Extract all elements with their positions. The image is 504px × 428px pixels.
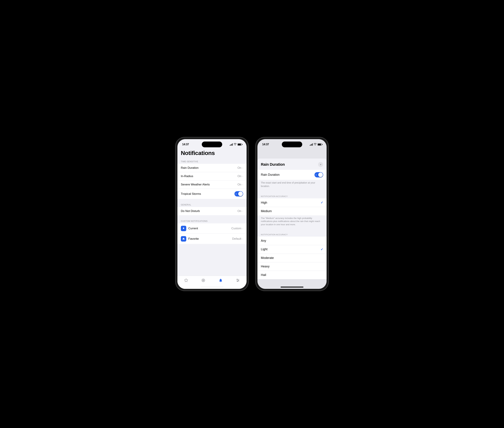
signal-bar-6 [311, 144, 311, 146]
do-not-disturb-value: On [238, 209, 241, 213]
tab-notifications[interactable] [216, 278, 225, 284]
do-not-disturb-chevron: › [242, 210, 243, 213]
list-item-tropical-storms[interactable]: Tropical Storms I [177, 189, 247, 199]
list-item-do-not-disturb[interactable]: Do Not Disturb On › [177, 207, 247, 215]
section-header-general: GENERAL [177, 202, 247, 207]
favorite-value: Default [232, 237, 241, 240]
signal-bar-1 [230, 145, 230, 146]
svg-point-7 [238, 280, 239, 281]
custom-section: Current Custom › [177, 223, 247, 244]
list-item-favorite[interactable]: Favorite Default › [177, 234, 247, 244]
tab-favorites[interactable] [181, 278, 191, 284]
divider-2 [257, 229, 327, 232]
severe-weather-value: On [238, 183, 241, 186]
settings-icon [236, 278, 240, 283]
favorite-label: Favorite [188, 237, 199, 240]
accuracy-note: The "Medium" accuracy includes the high … [257, 215, 327, 229]
wifi-icon-1 [234, 143, 237, 146]
in-radius-value: On [238, 174, 241, 178]
favorite-chevron: › [242, 238, 243, 240]
favorites-icon [184, 278, 188, 283]
status-icons-2 [310, 143, 322, 146]
accuracy-item-hail[interactable]: Hail [257, 271, 327, 279]
status-time-2: 14:37 [262, 143, 269, 146]
list-item-in-radius[interactable]: In-Radius On › [177, 172, 247, 181]
current-chevron: › [242, 227, 243, 230]
wifi-icon-2 [314, 143, 316, 146]
svg-point-0 [202, 279, 205, 282]
accuracy-item-any[interactable]: Any [257, 237, 327, 245]
do-not-disturb-right: On › [238, 209, 243, 213]
svg-point-6 [237, 279, 238, 280]
medium-label: Medium [261, 209, 272, 213]
accuracy-header-2: NOTIFICATION ACCURACY [257, 232, 327, 237]
rain-duration-label: Rain Duration [181, 166, 198, 170]
rain-duration-toggle-label: Rain Duration [261, 173, 280, 177]
hail-label: Hail [261, 273, 266, 277]
phone-1: 14:37 [175, 137, 248, 291]
list-item-severe-weather[interactable]: Severe Weather Alerts On › [177, 181, 247, 189]
notifications-screen: Notifications TIME-SENSITIVE Rain Durati… [177, 148, 247, 244]
toggle-knob [238, 191, 243, 196]
phone-1-screen: 14:37 [177, 139, 247, 289]
battery-fill-2 [318, 144, 321, 145]
time-sensitive-section: Rain Duration On › In-Radius On › [177, 164, 247, 199]
list-item-rain-duration[interactable]: Rain Duration On › [177, 164, 247, 172]
accuracy-item-light[interactable]: Light ✓ [257, 245, 327, 254]
light-checkmark: ✓ [321, 247, 323, 251]
accuracy-item-high[interactable]: High ✓ [257, 198, 327, 207]
rain-duration-right: On › [238, 166, 243, 170]
in-radius-label: In-Radius [181, 174, 193, 178]
signal-bar-7 [311, 144, 312, 146]
dynamic-island [202, 141, 222, 147]
phone-2: 14:37 [256, 137, 329, 291]
current-label: Current [188, 227, 198, 230]
close-button[interactable]: × [318, 162, 323, 167]
radar-icon [201, 278, 205, 283]
signal-bar-5 [310, 145, 310, 146]
current-left: Current [181, 226, 198, 231]
rain-duration-value: On [238, 166, 241, 170]
modal-body: Rain Duration I The exact start and end … [257, 170, 327, 279]
battery-icon-1 [238, 143, 242, 146]
accuracy-section-1: High ✓ Medium [257, 198, 327, 215]
accuracy-item-medium[interactable]: Medium [257, 207, 327, 215]
status-icons-1 [230, 143, 242, 146]
location-icon [181, 226, 186, 231]
moderate-label: Moderate [261, 256, 274, 260]
rain-duration-description: The exact start and end time of precipit… [257, 180, 327, 190]
do-not-disturb-label: Do Not Disturb [181, 209, 200, 213]
svg-point-8 [237, 281, 238, 282]
signal-bars-1 [230, 143, 233, 146]
favorite-right: Default › [232, 237, 243, 240]
section-header-custom: CUSTOM NOTIFICATIONS [177, 219, 247, 223]
signal-bar-3 [231, 144, 232, 146]
severe-weather-right: On › [238, 183, 243, 186]
rain-duration-toggle-switch[interactable]: I [315, 172, 323, 177]
high-label: High [261, 201, 267, 205]
close-icon: × [320, 163, 321, 166]
notifications-icon [219, 278, 223, 283]
home-indicator-2 [281, 287, 303, 288]
accuracy-item-moderate[interactable]: Moderate [257, 254, 327, 262]
modal-sheet: Rain Duration × Rain Duration I [257, 158, 327, 279]
divider-1 [257, 190, 327, 194]
tropical-storms-toggle[interactable]: I [234, 191, 243, 197]
svg-point-1 [203, 280, 204, 281]
battery-fill-1 [238, 144, 241, 145]
list-item-current[interactable]: Current Custom › [177, 223, 247, 234]
page-title: Notifications [177, 148, 247, 159]
home-icon [181, 236, 186, 242]
signal-bar-8 [312, 143, 313, 146]
tab-settings[interactable] [233, 278, 243, 284]
tropical-storms-label: Tropical Storms [181, 192, 201, 196]
light-label: Light [261, 247, 267, 251]
any-label: Any [261, 239, 266, 243]
accuracy-item-heavy[interactable]: Heavy [257, 262, 327, 271]
rain-duration-toggle-knob [318, 173, 323, 177]
status-time-1: 14:37 [182, 143, 189, 146]
general-section: Do Not Disturb On › [177, 207, 247, 215]
current-value: Custom [231, 227, 241, 230]
severe-weather-label: Severe Weather Alerts [181, 183, 210, 186]
tab-radar[interactable] [198, 278, 208, 284]
